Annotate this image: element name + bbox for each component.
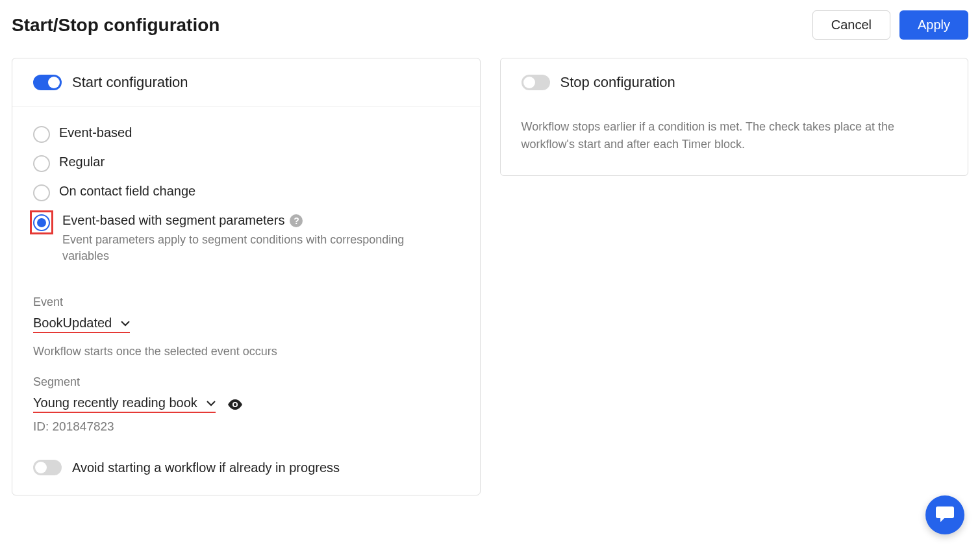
- radio-event-segment-desc: Event parameters apply to segment condit…: [62, 232, 426, 264]
- radio-regular[interactable]: [33, 155, 50, 172]
- avoid-toggle[interactable]: [33, 460, 62, 475]
- svg-point-1: [234, 403, 236, 406]
- radio-event-based[interactable]: [33, 126, 50, 143]
- chat-fab[interactable]: [925, 495, 964, 506]
- radio-regular-label: Regular: [59, 155, 105, 169]
- event-select-value: BookUpdated: [33, 316, 112, 331]
- event-field: Event BookUpdated Workflow starts once t…: [33, 295, 459, 358]
- start-radio-group: Event-based Regular On contact field cha…: [33, 125, 459, 264]
- start-config-title: Start configuration: [72, 74, 188, 91]
- chevron-down-icon: [207, 398, 216, 408]
- avoid-label: Avoid starting a workflow if already in …: [72, 460, 340, 475]
- segment-select[interactable]: Young recently reading book: [33, 395, 216, 413]
- start-config-toggle[interactable]: [33, 75, 62, 90]
- radio-on-contact-change[interactable]: [33, 184, 50, 201]
- page-title: Start/Stop configuration: [12, 15, 220, 36]
- header-buttons: Cancel Apply: [812, 10, 968, 40]
- radio-event-segment[interactable]: [33, 214, 50, 231]
- eye-icon[interactable]: [227, 399, 243, 410]
- event-hint: Workflow starts once the selected event …: [33, 345, 459, 358]
- start-config-panel: Start configuration Event-based Regular …: [12, 58, 481, 495]
- segment-label: Segment: [33, 375, 459, 389]
- radio-event-segment-label: Event-based with segment parameters ?: [62, 213, 426, 228]
- stop-config-title: Stop configuration: [560, 74, 675, 91]
- radio-event-segment-label-text: Event-based with segment parameters: [62, 213, 284, 228]
- segment-field: Segment Young recently reading book: [33, 375, 459, 434]
- radio-event-based-label: Event-based: [59, 125, 132, 140]
- stop-config-toggle[interactable]: [521, 75, 550, 90]
- event-select[interactable]: BookUpdated: [33, 316, 130, 333]
- stop-config-desc: Workflow stops earlier if a condition is…: [501, 106, 968, 175]
- apply-button[interactable]: Apply: [899, 10, 968, 40]
- segment-select-value: Young recently reading book: [33, 395, 197, 410]
- radio-on-contact-change-label: On contact field change: [59, 184, 195, 199]
- chevron-down-icon: [121, 318, 130, 329]
- help-icon[interactable]: ?: [290, 214, 303, 227]
- segment-id: ID: 201847823: [33, 419, 459, 434]
- stop-config-panel: Stop configuration Workflow stops earlie…: [500, 58, 969, 176]
- chat-icon: [935, 505, 955, 506]
- radio-highlight-box: [30, 210, 53, 234]
- cancel-button[interactable]: Cancel: [812, 10, 890, 40]
- event-label: Event: [33, 295, 459, 309]
